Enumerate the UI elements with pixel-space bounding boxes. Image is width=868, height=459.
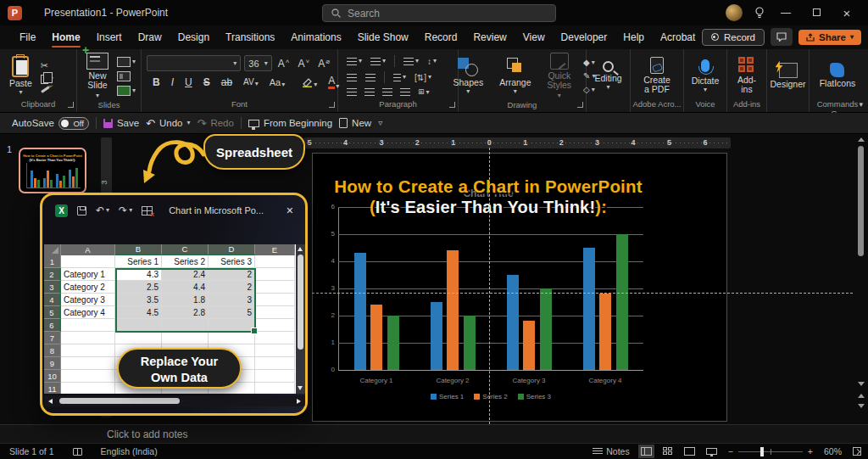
tab-file[interactable]: File (12, 27, 43, 48)
layout-button[interactable]: ▾ (117, 57, 136, 67)
comments-button[interactable] (771, 28, 793, 46)
slide-count-indicator[interactable]: Slide 1 of 1 (9, 446, 54, 456)
sheet-cell-a11[interactable] (61, 383, 115, 394)
autosave-control[interactable]: AutoSave Off (12, 117, 89, 130)
zoom-in-button[interactable]: + (808, 446, 813, 456)
sheet-cell-c6[interactable] (162, 319, 209, 332)
row-header-5[interactable]: 5 (44, 306, 61, 319)
search-box[interactable]: Search (322, 4, 556, 22)
sheet-cell-a7[interactable] (61, 332, 115, 344)
flaticons-button[interactable]: FlatIcons (815, 63, 860, 88)
sheet-cell-d1[interactable]: Series 3 (209, 255, 255, 268)
new-slide-button[interactable]: NewSlide ▾ (82, 53, 113, 99)
numbering-button[interactable]: ▾ (370, 58, 386, 65)
tab-draw[interactable]: Draw (131, 27, 170, 48)
shrink-font-button[interactable]: A˅ (295, 58, 312, 70)
italic-button[interactable]: I (169, 76, 176, 88)
sheet-cell-e8[interactable] (255, 344, 295, 357)
chart-bar-series-1[interactable] (583, 248, 595, 370)
edit-in-excel-icon[interactable] (142, 206, 153, 216)
sheet-cell-a2[interactable]: Category 1 (61, 268, 115, 281)
user-avatar[interactable] (726, 4, 743, 21)
reading-view-button[interactable] (684, 447, 695, 456)
scroll-down-icon[interactable] (858, 382, 865, 386)
sheet-cell-e10[interactable] (255, 370, 295, 383)
sheet-vscroll-thumb[interactable] (298, 255, 303, 350)
minimize-button[interactable]: — (776, 7, 795, 19)
datasheet-vertical-scrollbar[interactable] (296, 244, 305, 394)
highlight-color-button[interactable]: ▾ (299, 77, 320, 87)
autosave-toggle[interactable]: Off (58, 117, 89, 130)
sheet-scroll-down-icon[interactable] (298, 386, 303, 390)
next-slide-icon[interactable] (858, 404, 865, 408)
decrease-indent-button[interactable] (347, 74, 357, 81)
arrange-button[interactable]: Arrange ▾ (495, 58, 535, 94)
row-header-11[interactable]: 11 (44, 383, 61, 394)
accessibility-icon[interactable] (73, 448, 82, 456)
sheet-cell-d2[interactable]: 2 (209, 268, 255, 281)
lightbulb-icon[interactable] (754, 7, 765, 19)
row-header-7[interactable]: 7 (44, 332, 61, 344)
drawing-dialog-launcher[interactable] (577, 102, 583, 108)
zoom-slider-thumb[interactable] (760, 447, 764, 456)
sheet-cell-b4[interactable]: 3.5 (115, 294, 162, 306)
redo-button[interactable]: ↷Redo (198, 117, 234, 130)
grow-font-button[interactable]: A˄ (275, 58, 292, 70)
columns-button[interactable]: ▾ (393, 74, 406, 81)
tab-insert[interactable]: Insert (89, 27, 130, 48)
sheet-cell-b1[interactable]: Series 1 (115, 255, 162, 268)
designer-button[interactable]: Designer (765, 63, 810, 89)
row-header-3[interactable]: 3 (44, 281, 61, 294)
zoom-slider[interactable] (738, 451, 803, 452)
tab-view[interactable]: View (515, 27, 553, 48)
slide-thumbnail[interactable]: How to Create a Chart in PowerPoint (It'… (19, 148, 86, 193)
align-center-button[interactable] (364, 88, 375, 96)
chart-bar-series-1[interactable] (507, 275, 519, 370)
chart-bar-series-3[interactable] (464, 316, 476, 370)
sheet-cell-a8[interactable] (61, 344, 115, 357)
zoom-level[interactable]: 60% (824, 446, 842, 456)
sheet-cell-e7[interactable] (255, 332, 295, 344)
sheet-cell-c7[interactable] (162, 332, 209, 344)
sheet-cell-b2[interactable]: 4.3 (115, 268, 162, 281)
sheet-save-icon[interactable] (77, 206, 86, 216)
save-button[interactable]: Save (103, 118, 139, 128)
sheet-cell-c1[interactable]: Series 2 (162, 255, 209, 268)
sheet-cell-b5[interactable]: 4.5 (115, 306, 162, 319)
paragraph-dialog-launcher[interactable] (449, 102, 455, 108)
tab-record[interactable]: Record (417, 27, 465, 48)
clipboard-dialog-launcher[interactable] (68, 102, 74, 108)
maximize-button[interactable] (807, 7, 826, 19)
row-header-6[interactable]: 6 (44, 319, 61, 332)
chart-bar-series-2[interactable] (523, 321, 535, 370)
bold-button[interactable]: B (150, 76, 163, 88)
smartart-button[interactable]: ⊞▾ (418, 87, 430, 97)
align-right-button[interactable] (382, 88, 392, 96)
collapse-ribbon-button[interactable]: ▾ (859, 100, 863, 109)
slideshow-view-button[interactable] (706, 448, 717, 455)
sheet-cell-a6[interactable] (61, 319, 115, 332)
tab-developer[interactable]: Developer (554, 27, 615, 48)
language-indicator[interactable]: English (India) (101, 446, 158, 456)
character-spacing-button[interactable]: AV▾ (241, 77, 261, 87)
dictate-button[interactable]: Dictate ▾ (687, 59, 724, 92)
bar-chart[interactable]: Category 1Category 2Category 3Category 4… (338, 207, 643, 370)
slide-title[interactable]: How to Create a Chart in PowerPoint (It'… (313, 176, 664, 218)
tab-transitions[interactable]: Transitions (218, 27, 282, 48)
chart-bar-series-2[interactable] (599, 294, 611, 370)
paste-button[interactable]: Paste ▾ (5, 56, 36, 95)
sheet-cell-c3[interactable]: 4.4 (162, 281, 209, 294)
text-direction-button[interactable]: ↕▾ (427, 57, 437, 66)
shapes-button[interactable]: Shapes ▾ (449, 58, 488, 94)
sheet-cell-b7[interactable] (115, 332, 162, 344)
slide-scrollbar[interactable] (855, 136, 866, 421)
tab-design[interactable]: Design (170, 27, 217, 48)
from-beginning-button[interactable]: From Beginning (248, 118, 332, 128)
tab-home[interactable]: Home (44, 27, 87, 48)
sheet-redo-button[interactable]: ↷▾ (119, 204, 132, 216)
quick-styles-button[interactable]: QuickStyles ▾ (543, 53, 576, 99)
sheet-cell-d5[interactable]: 5 (209, 306, 255, 319)
change-case-button[interactable]: Aa▾ (267, 77, 287, 87)
tab-acrobat[interactable]: Acrobat (653, 27, 703, 48)
share-button[interactable]: Share ▾ (798, 30, 861, 45)
